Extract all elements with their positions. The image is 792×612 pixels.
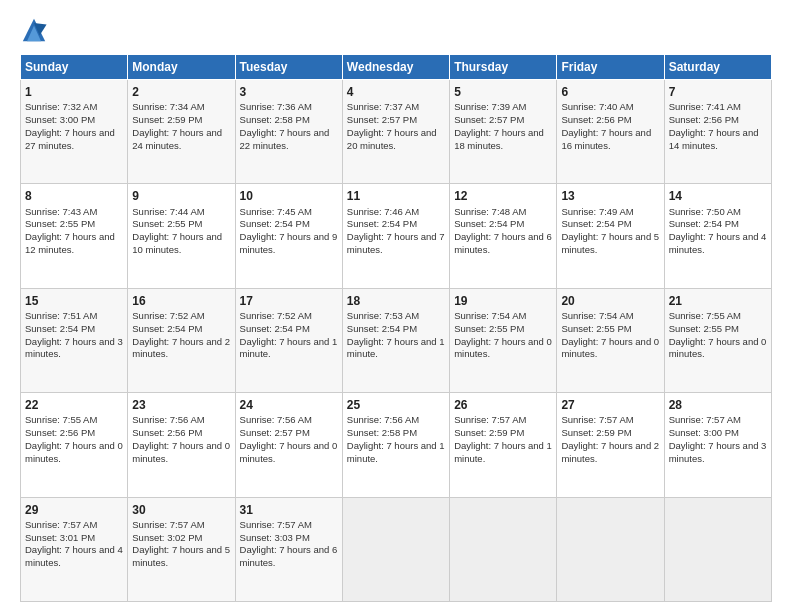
daylight-text: Daylight: 7 hours and 0 minutes. xyxy=(25,440,123,466)
sunset-text: Sunset: 2:59 PM xyxy=(561,427,659,440)
calendar-cell xyxy=(342,497,449,601)
calendar-cell: 17Sunrise: 7:52 AMSunset: 2:54 PMDayligh… xyxy=(235,288,342,392)
calendar-cell: 18Sunrise: 7:53 AMSunset: 2:54 PMDayligh… xyxy=(342,288,449,392)
calendar-cell: 15Sunrise: 7:51 AMSunset: 2:54 PMDayligh… xyxy=(21,288,128,392)
sunrise-text: Sunrise: 7:52 AM xyxy=(132,310,230,323)
day-number: 14 xyxy=(669,188,767,204)
sunrise-text: Sunrise: 7:55 AM xyxy=(25,414,123,427)
day-number: 26 xyxy=(454,397,552,413)
sunrise-text: Sunrise: 7:37 AM xyxy=(347,101,445,114)
calendar-cell: 28Sunrise: 7:57 AMSunset: 3:00 PMDayligh… xyxy=(664,393,771,497)
daylight-text: Daylight: 7 hours and 0 minutes. xyxy=(132,440,230,466)
sunrise-text: Sunrise: 7:40 AM xyxy=(561,101,659,114)
daylight-text: Daylight: 7 hours and 0 minutes. xyxy=(240,440,338,466)
day-number: 4 xyxy=(347,84,445,100)
calendar-page: SundayMondayTuesdayWednesdayThursdayFrid… xyxy=(0,0,792,612)
calendar-cell xyxy=(664,497,771,601)
sunrise-text: Sunrise: 7:57 AM xyxy=(454,414,552,427)
sunset-text: Sunset: 3:00 PM xyxy=(25,114,123,127)
day-number: 28 xyxy=(669,397,767,413)
calendar-cell: 26Sunrise: 7:57 AMSunset: 2:59 PMDayligh… xyxy=(450,393,557,497)
sunrise-text: Sunrise: 7:39 AM xyxy=(454,101,552,114)
calendar-cell: 3Sunrise: 7:36 AMSunset: 2:58 PMDaylight… xyxy=(235,80,342,184)
calendar-cell: 30Sunrise: 7:57 AMSunset: 3:02 PMDayligh… xyxy=(128,497,235,601)
daylight-text: Daylight: 7 hours and 1 minute. xyxy=(454,440,552,466)
sunrise-text: Sunrise: 7:32 AM xyxy=(25,101,123,114)
calendar-cell: 2Sunrise: 7:34 AMSunset: 2:59 PMDaylight… xyxy=(128,80,235,184)
day-number: 30 xyxy=(132,502,230,518)
day-number: 12 xyxy=(454,188,552,204)
day-number: 8 xyxy=(25,188,123,204)
day-number: 3 xyxy=(240,84,338,100)
calendar-cell: 10Sunrise: 7:45 AMSunset: 2:54 PMDayligh… xyxy=(235,184,342,288)
daylight-text: Daylight: 7 hours and 6 minutes. xyxy=(454,231,552,257)
sunset-text: Sunset: 2:57 PM xyxy=(454,114,552,127)
sunset-text: Sunset: 2:56 PM xyxy=(25,427,123,440)
day-number: 7 xyxy=(669,84,767,100)
day-number: 21 xyxy=(669,293,767,309)
day-number: 6 xyxy=(561,84,659,100)
daylight-text: Daylight: 7 hours and 16 minutes. xyxy=(561,127,659,153)
day-of-week-header: Tuesday xyxy=(235,55,342,80)
sunrise-text: Sunrise: 7:34 AM xyxy=(132,101,230,114)
day-number: 25 xyxy=(347,397,445,413)
sunset-text: Sunset: 2:56 PM xyxy=(561,114,659,127)
calendar-cell: 1Sunrise: 7:32 AMSunset: 3:00 PMDaylight… xyxy=(21,80,128,184)
sunrise-text: Sunrise: 7:57 AM xyxy=(669,414,767,427)
day-number: 22 xyxy=(25,397,123,413)
daylight-text: Daylight: 7 hours and 12 minutes. xyxy=(25,231,123,257)
sunset-text: Sunset: 3:02 PM xyxy=(132,532,230,545)
daylight-text: Daylight: 7 hours and 9 minutes. xyxy=(240,231,338,257)
sunset-text: Sunset: 2:58 PM xyxy=(347,427,445,440)
sunset-text: Sunset: 2:55 PM xyxy=(25,218,123,231)
sunset-text: Sunset: 2:59 PM xyxy=(454,427,552,440)
day-of-week-header: Saturday xyxy=(664,55,771,80)
daylight-text: Daylight: 7 hours and 1 minute. xyxy=(240,336,338,362)
day-number: 17 xyxy=(240,293,338,309)
sunset-text: Sunset: 3:01 PM xyxy=(25,532,123,545)
calendar-table: SundayMondayTuesdayWednesdayThursdayFrid… xyxy=(20,54,772,602)
sunset-text: Sunset: 2:54 PM xyxy=(454,218,552,231)
calendar-cell: 7Sunrise: 7:41 AMSunset: 2:56 PMDaylight… xyxy=(664,80,771,184)
sunset-text: Sunset: 2:54 PM xyxy=(347,218,445,231)
sunrise-text: Sunrise: 7:45 AM xyxy=(240,206,338,219)
daylight-text: Daylight: 7 hours and 10 minutes. xyxy=(132,231,230,257)
sunrise-text: Sunrise: 7:46 AM xyxy=(347,206,445,219)
daylight-text: Daylight: 7 hours and 6 minutes. xyxy=(240,544,338,570)
day-number: 13 xyxy=(561,188,659,204)
sunset-text: Sunset: 2:55 PM xyxy=(132,218,230,231)
daylight-text: Daylight: 7 hours and 7 minutes. xyxy=(347,231,445,257)
sunset-text: Sunset: 2:55 PM xyxy=(669,323,767,336)
calendar-cell: 25Sunrise: 7:56 AMSunset: 2:58 PMDayligh… xyxy=(342,393,449,497)
calendar-cell: 23Sunrise: 7:56 AMSunset: 2:56 PMDayligh… xyxy=(128,393,235,497)
day-number: 20 xyxy=(561,293,659,309)
sunset-text: Sunset: 2:54 PM xyxy=(240,323,338,336)
daylight-text: Daylight: 7 hours and 0 minutes. xyxy=(454,336,552,362)
day-number: 10 xyxy=(240,188,338,204)
sunrise-text: Sunrise: 7:36 AM xyxy=(240,101,338,114)
calendar-cell: 24Sunrise: 7:56 AMSunset: 2:57 PMDayligh… xyxy=(235,393,342,497)
day-of-week-header: Monday xyxy=(128,55,235,80)
sunset-text: Sunset: 2:54 PM xyxy=(347,323,445,336)
calendar-cell xyxy=(450,497,557,601)
calendar-cell: 19Sunrise: 7:54 AMSunset: 2:55 PMDayligh… xyxy=(450,288,557,392)
calendar-cell: 13Sunrise: 7:49 AMSunset: 2:54 PMDayligh… xyxy=(557,184,664,288)
calendar-cell: 21Sunrise: 7:55 AMSunset: 2:55 PMDayligh… xyxy=(664,288,771,392)
daylight-text: Daylight: 7 hours and 18 minutes. xyxy=(454,127,552,153)
calendar-cell: 22Sunrise: 7:55 AMSunset: 2:56 PMDayligh… xyxy=(21,393,128,497)
day-number: 19 xyxy=(454,293,552,309)
day-number: 18 xyxy=(347,293,445,309)
calendar-cell: 27Sunrise: 7:57 AMSunset: 2:59 PMDayligh… xyxy=(557,393,664,497)
daylight-text: Daylight: 7 hours and 4 minutes. xyxy=(669,231,767,257)
sunrise-text: Sunrise: 7:51 AM xyxy=(25,310,123,323)
sunrise-text: Sunrise: 7:52 AM xyxy=(240,310,338,323)
sunrise-text: Sunrise: 7:57 AM xyxy=(25,519,123,532)
sunset-text: Sunset: 3:03 PM xyxy=(240,532,338,545)
sunrise-text: Sunrise: 7:56 AM xyxy=(132,414,230,427)
logo xyxy=(20,16,50,44)
sunrise-text: Sunrise: 7:56 AM xyxy=(240,414,338,427)
daylight-text: Daylight: 7 hours and 1 minute. xyxy=(347,440,445,466)
logo-icon xyxy=(20,16,48,44)
daylight-text: Daylight: 7 hours and 3 minutes. xyxy=(25,336,123,362)
calendar-cell: 5Sunrise: 7:39 AMSunset: 2:57 PMDaylight… xyxy=(450,80,557,184)
